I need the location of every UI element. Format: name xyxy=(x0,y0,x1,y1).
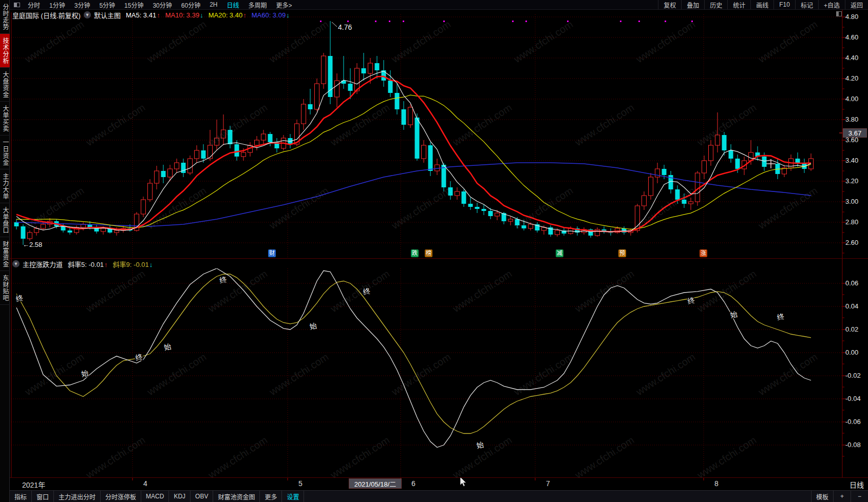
top-menubar: 分时1分钟3分钟5分钟15分钟30分钟60分钟2H日线多周期更多> 复权叠加历史… xyxy=(10,0,868,10)
toolbar-KDJ[interactable]: KDJ xyxy=(169,491,191,502)
overlay-label[interactable]: 默认主图 xyxy=(94,10,121,20)
event-badge-跌[interactable]: 跌 xyxy=(411,249,419,257)
event-badge-涨[interactable]: 涨 xyxy=(700,249,707,257)
tools-menu: 复权叠加历史统计画线F10标记+自选返回 xyxy=(658,0,868,9)
indicator-tick: -0.02 xyxy=(845,372,867,379)
indicator-tick: 0.00 xyxy=(845,349,867,356)
sidebar-item-大盘资金[interactable]: 大盘资金 xyxy=(0,68,10,102)
trend-arrow-icon: ↑ xyxy=(157,11,160,19)
price-tick: 4.00 xyxy=(845,95,867,103)
tool-复权[interactable]: 复权 xyxy=(658,0,681,9)
menu-item-2H[interactable]: 2H xyxy=(205,0,222,9)
time-tick: 4 xyxy=(143,479,147,488)
chevron-down-icon[interactable]: ▼ xyxy=(12,260,20,267)
toolbar-更多[interactable]: 更多 xyxy=(260,491,282,502)
slope-label: 斜率5: -0.01↑ xyxy=(68,259,108,269)
price-tick: 2.60 xyxy=(845,239,867,246)
sidebar-item-大单买卖[interactable]: 大单买卖 xyxy=(0,102,10,136)
ma5-line xyxy=(16,71,811,232)
cross-signal-label: 终 xyxy=(219,275,228,285)
period-menu: 分时1分钟3分钟5分钟15分钟30分钟60分钟2H日线多周期更多> xyxy=(23,0,297,9)
event-badge-减[interactable]: 减 xyxy=(556,249,563,257)
time-tick: 7 xyxy=(546,479,550,488)
indicator-tick: 0.06 xyxy=(845,279,867,287)
price-tick: 2.80 xyxy=(845,218,867,226)
cross-signal-label: 始 xyxy=(476,440,484,450)
menu-item-15分钟[interactable]: 15分钟 xyxy=(120,0,148,9)
toolbar-指标[interactable]: 指标 xyxy=(10,491,32,502)
ma-values: MA5: 3.41↑MA10: 3.39↓MA20: 3.40↑MA60: 3.… xyxy=(121,11,290,19)
sidebar-item-技术分析[interactable]: 技术分析 xyxy=(0,34,10,68)
menu-item-分时[interactable]: 分时 xyxy=(23,0,45,9)
price-tick: 3.80 xyxy=(845,115,867,123)
sidebar-item-大单盘口[interactable]: 大单盘口 xyxy=(0,203,10,237)
time-tick: 2021年 xyxy=(22,479,45,490)
toolbar-+[interactable]: + xyxy=(833,491,851,502)
toolbar-MACD[interactable]: MACD xyxy=(141,491,169,502)
trend-arrow-icon: ↑ xyxy=(243,11,247,19)
indicator-tick: -0.04 xyxy=(845,395,867,402)
ma-label: MA60: 3.09↓ xyxy=(252,11,290,19)
sidebar-item-东财贴吧[interactable]: 东财贴吧 xyxy=(0,271,10,305)
bottom-toolbar: 指标窗口主力进出分时分时涨停板MACDKDJOBV财富池资金图更多设置 模板+− xyxy=(10,490,868,502)
tool-返回[interactable]: 返回 xyxy=(845,0,868,9)
toolbar-模板[interactable]: 模板 xyxy=(811,491,833,502)
menu-item-5分钟[interactable]: 5分钟 xyxy=(95,0,120,9)
ma-lines xyxy=(16,71,811,232)
event-badge-预[interactable]: 预 xyxy=(618,249,626,257)
sidebar-item-主力大单[interactable]: 主力大单 xyxy=(0,169,10,203)
menu-item-30分钟[interactable]: 30分钟 xyxy=(148,0,176,9)
ma20-line xyxy=(16,95,811,229)
menu-item-更多>[interactable]: 更多> xyxy=(272,0,297,9)
layout-pane-icon[interactable] xyxy=(14,3,20,7)
tool-+自选[interactable]: +自选 xyxy=(818,0,845,9)
trend-arrow-icon: ↓ xyxy=(149,261,153,268)
menu-item-日线[interactable]: 日线 xyxy=(222,0,244,9)
ma10-line xyxy=(16,76,811,232)
tool-叠加[interactable]: 叠加 xyxy=(681,0,704,9)
cross-signal-label: 始 xyxy=(163,342,172,352)
grid-lines xyxy=(11,14,842,477)
indicator-tick: 0.04 xyxy=(845,302,867,310)
indicator-header: ▼ 主控涨跌力道 斜率5: -0.01↑斜率9: -0.01↓ xyxy=(12,260,153,268)
toolbar-OBV[interactable]: OBV xyxy=(191,491,213,502)
time-tick: 8 xyxy=(714,479,719,488)
tool-统计[interactable]: 统计 xyxy=(727,0,750,9)
toolbar-财富池资金图[interactable]: 财富池资金图 xyxy=(213,491,260,502)
chart-header: 皇庭国际 (日线.前复权) ▼ 默认主图 MA5: 3.41↑MA10: 3.3… xyxy=(12,11,290,19)
tool-画线[interactable]: 画线 xyxy=(750,0,773,9)
event-badge-财[interactable]: 财 xyxy=(268,249,276,257)
sidebar-item-财富资金[interactable]: 财富资金 xyxy=(0,237,10,271)
toolbar-窗口[interactable]: 窗口 xyxy=(32,491,54,502)
chevron-down-icon[interactable]: ▼ xyxy=(84,11,91,18)
menu-item-3分钟[interactable]: 3分钟 xyxy=(70,0,95,9)
tool-历史[interactable]: 历史 xyxy=(704,0,727,9)
pane-maximize-icon[interactable] xyxy=(836,11,842,16)
toolbar-设置[interactable]: 设置 xyxy=(282,491,304,502)
indicator-values: 斜率5: -0.01↑斜率9: -0.01↓ xyxy=(63,259,153,269)
sidebar-item-一日资金[interactable]: 一日资金 xyxy=(0,136,10,169)
cross-signal-label: 终 xyxy=(776,312,785,322)
ma-label: MA20: 3.40↑ xyxy=(209,11,247,19)
indicator-tick: 0.02 xyxy=(845,325,867,333)
toolbar-−[interactable]: − xyxy=(851,491,868,502)
price-tick: 4.80 xyxy=(845,13,867,21)
time-tick: 6 xyxy=(411,479,416,488)
time-tick: 5 xyxy=(298,479,303,488)
tool-F10[interactable]: F10 xyxy=(773,0,795,9)
indicator-title[interactable]: 主控涨跌力道 xyxy=(23,259,63,269)
toolbar-分时涨停板[interactable]: 分时涨停板 xyxy=(101,491,141,502)
toolbar-主力进出分时[interactable]: 主力进出分时 xyxy=(54,491,101,502)
axis-frame xyxy=(11,10,846,480)
tool-标记[interactable]: 标记 xyxy=(795,0,818,9)
event-badge-榜[interactable]: 榜 xyxy=(425,249,432,257)
sidebar-item-分时走势[interactable]: 分时走势 xyxy=(0,0,10,34)
menu-item-1分钟[interactable]: 1分钟 xyxy=(45,0,70,9)
price-indicator-chart[interactable]: 终始终始终始终始终始终 xyxy=(0,0,868,502)
app-window: 终始终始终始终始终始终 分时走势技术分析大盘资金大单买卖一日资金主力大单大单盘口… xyxy=(0,0,868,502)
low-price-annotation: ←2.58 xyxy=(23,241,42,248)
menu-item-多周期[interactable]: 多周期 xyxy=(244,0,272,9)
time-axis: 2021年45678 2021/05/18/二 日线 xyxy=(10,478,868,490)
menu-item-60分钟[interactable]: 60分钟 xyxy=(177,0,205,9)
slope-label: 斜率9: -0.01↓ xyxy=(113,259,153,269)
